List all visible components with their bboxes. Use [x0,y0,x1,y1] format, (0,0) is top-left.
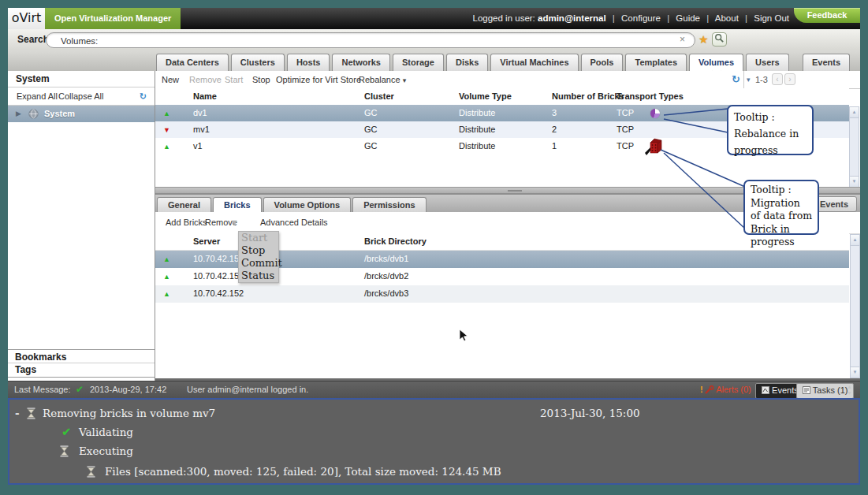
search-input-container: × [46,32,695,48]
sign-out-link[interactable]: Sign Out [754,13,789,23]
scroll-down-icon[interactable]: ▼ [851,367,859,378]
col-name: Name [193,88,364,105]
up-arrow-icon: ▲ [163,290,170,298]
menu-item-status[interactable]: Status [239,270,278,282]
volume-bricks-count: 2 [552,121,617,138]
volume-name: dv1 [193,105,364,121]
remove-button[interactable]: Remove [189,71,222,88]
tab-virtual-machines[interactable]: Virtual Machines [490,54,578,71]
clear-search-icon[interactable]: × [680,34,685,45]
bookmark-star-icon[interactable]: ★ [698,33,709,46]
chevron-down-icon: ▾ [403,76,407,84]
status-column [155,233,193,250]
tree-refresh-icon[interactable]: ↻ [140,87,147,105]
rebalance-button[interactable]: Rebalance ▾ [359,71,406,88]
last-message-timestamp: 2013-Aug-29, 17:42 [90,381,166,399]
volume-cluster: GC [364,138,459,154]
alert-icon: ! [700,385,703,394]
scroll-up-icon[interactable]: ▲ [851,235,859,246]
tab-pools[interactable]: Pools [581,54,624,71]
collapse-event-toggle[interactable]: - [15,406,20,420]
feedback-button[interactable]: Feedback [794,8,860,23]
menu-item-commit[interactable]: Commit [239,257,278,270]
brick-server: 10.70.42.152 [193,285,364,303]
pagination-label: 1-3 [755,71,768,88]
status-column [155,88,193,105]
search-input[interactable] [59,34,661,47]
volume-type: Distribute [459,121,552,138]
tasks-footer-button[interactable]: Tasks (1) [796,383,854,399]
scroll-down-icon[interactable]: ▼ [850,176,859,187]
tags-section-header[interactable]: Tags [8,363,155,378]
volumes-grid-scrollbar[interactable]: ▲ ▼ [849,106,859,188]
product-title: Open Virtualization Manager [45,8,181,29]
bricks-grid-scrollbar[interactable]: ▲ ▼ [850,234,860,378]
logged-in-label: Logged in user: [473,13,535,23]
tab-hosts[interactable]: Hosts [287,54,330,71]
tab-storage[interactable]: Storage [393,54,444,71]
guide-link[interactable]: Guide [676,13,700,23]
tasks-icon [803,386,810,394]
next-page-button[interactable]: › [784,73,795,85]
rebalance-tooltip: Tooltip : Rebalance in progress [727,105,814,155]
remove-dropdown-icon[interactable]: ▼ [230,212,239,233]
tree-expander-icon[interactable]: ▶ [16,106,21,122]
tree-item-label: System [44,106,75,122]
col-cluster: Cluster [364,88,459,105]
status-up-icon: ▲ [155,268,193,285]
tab-clusters[interactable]: Clusters [231,54,285,71]
alerts-label: Alerts (0) [716,385,751,394]
brick-row-dvb3[interactable]: ▲ 10.70.42.152 /brcks/dvb3 [155,285,849,303]
menu-item-stop[interactable]: Stop [239,244,278,257]
grid-refresh-icon[interactable]: ↻ [732,71,740,88]
menu-item-start[interactable]: Start [239,232,278,244]
event-step-validating: ✔ Validating [9,425,859,439]
separator: | [706,13,709,23]
refresh-dropdown-icon[interactable]: ▾ [743,71,751,88]
tab-users[interactable]: Users [746,54,789,71]
event-step-files: Files [scanned:300, moved: 125, failed: … [9,464,859,478]
rebalance-in-progress-icon [650,109,660,118]
tab-networks[interactable]: Networks [332,54,390,71]
data-migration-in-progress-icon [644,137,663,157]
tree-item-system[interactable]: ▶ System [8,106,155,122]
subtab-permissions[interactable]: Permissions [352,197,426,213]
col-transport-types: Transport Types [617,88,849,105]
col-number-of-bricks: Number of Bricks [552,88,617,105]
tab-disks[interactable]: Disks [446,54,488,71]
volumes-toolbar: New Remove Start Stop Optimize for Virt … [155,71,860,89]
event-timestamp: 2013-Jul-30, 15:00 [540,406,640,420]
tab-templates[interactable]: Templates [625,54,687,71]
optimize-virt-store-button[interactable]: Optimize for Virt Store [276,71,361,88]
alerts-button[interactable]: ! Alerts (0) [700,381,751,399]
volume-type: Distribute [459,138,552,154]
subtab-general[interactable]: General [157,197,211,213]
collapse-all-button[interactable]: Collapse All [58,87,103,105]
event-title: Removing bricks in volume mv7 [43,406,215,420]
down-arrow-icon: ▼ [163,126,170,134]
volume-name: mv1 [193,121,364,138]
search-button[interactable] [712,32,727,47]
step-label: Validating [79,425,133,439]
advanced-details-button[interactable]: Advanced Details [260,212,328,233]
col-volume-type: Volume Type [459,88,552,105]
tasks-label: Tasks (1) [813,385,848,395]
prev-page-button[interactable]: ‹ [772,73,783,85]
expand-all-button[interactable]: Expand All [17,87,58,105]
scroll-up-icon[interactable]: ▲ [850,107,859,118]
new-button[interactable]: New [162,71,179,88]
tree-actions: Expand All Collapse All ↻ [8,87,155,106]
start-button[interactable]: Start [225,71,243,88]
bookmarks-section-header[interactable]: Bookmarks [8,349,155,363]
tab-volumes[interactable]: Volumes [689,54,743,71]
status-down-icon: ▼ [155,121,193,138]
about-link[interactable]: About [715,13,739,23]
subtab-volume-options[interactable]: Volume Options [263,197,352,213]
configure-link[interactable]: Configure [621,13,661,23]
brick-directory: /brcks/dvb3 [364,285,849,303]
tab-events[interactable]: Events [803,54,850,71]
add-bricks-button[interactable]: Add Bricks [166,212,207,233]
subtab-bricks[interactable]: Bricks [213,197,262,213]
tab-data-centers[interactable]: Data Centers [156,54,229,71]
stop-button[interactable]: Stop [252,71,270,88]
